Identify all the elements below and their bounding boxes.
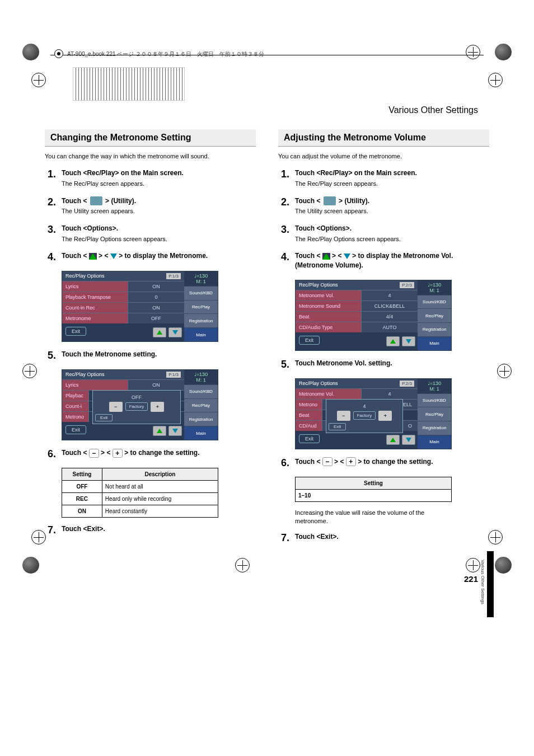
- table-cell: OFF: [62, 480, 102, 492]
- ss-page: P.2/3: [400, 381, 414, 387]
- side-sound-kbd[interactable]: Sound/KBD: [184, 286, 218, 300]
- factory-button[interactable]: Factory: [353, 411, 376, 420]
- ss-row-value[interactable]: ON: [128, 303, 184, 313]
- side-registration[interactable]: Registration: [418, 322, 451, 336]
- ss-row-value[interactable]: 4/4: [362, 312, 418, 322]
- ss-row-label[interactable]: Beat: [296, 410, 322, 420]
- table-header: Description: [102, 468, 218, 480]
- factory-button[interactable]: Factory: [125, 402, 148, 411]
- ss-row-label[interactable]: Metronome Sound: [296, 301, 362, 311]
- ss-row-label[interactable]: Metronome Vol.: [296, 389, 362, 399]
- ss-row-value[interactable]: 4: [362, 389, 418, 399]
- step-sub: The Rec/Play Options screen appears.: [295, 236, 401, 242]
- side-rec-play[interactable]: Rec/Play: [418, 407, 451, 421]
- down-arrow-icon: [172, 330, 178, 335]
- ss-row-label[interactable]: Lyrics: [62, 281, 128, 292]
- up-arrow-icon: [390, 339, 396, 344]
- ss-row-label[interactable]: Metronome: [62, 313, 128, 323]
- side-registration[interactable]: Registration: [184, 412, 218, 426]
- side-main[interactable]: Main: [184, 327, 218, 341]
- side-registration[interactable]: Registration: [418, 421, 451, 435]
- step-number: 1.: [278, 168, 289, 180]
- ss-row-label[interactable]: Count-i: [62, 401, 89, 411]
- minus-button[interactable]: −: [109, 402, 123, 412]
- step-instruction: Touch < > (Utility).: [62, 196, 256, 206]
- popup-exit-button[interactable]: Exit: [95, 414, 113, 421]
- page-number: 221: [45, 574, 489, 584]
- up-arrow-icon: [157, 330, 162, 335]
- nav-up-button[interactable]: [153, 426, 166, 436]
- step-3: 3. Touch <Options>. The Rec/Play Options…: [278, 224, 489, 243]
- step-number: 3.: [45, 224, 56, 236]
- exit-button[interactable]: Exit: [65, 327, 86, 336]
- side-main[interactable]: Main: [418, 336, 451, 350]
- nav-down-button[interactable]: [168, 327, 182, 337]
- side-rec-play[interactable]: Rec/Play: [418, 308, 451, 322]
- ss-row-value[interactable]: ON: [128, 380, 184, 390]
- ss-row-label[interactable]: CD/Audio Type: [296, 322, 362, 332]
- step-instruction: Touch <Options>.: [62, 224, 256, 233]
- ss-row-label[interactable]: Count-in Rec: [62, 303, 128, 313]
- step-number: 5.: [278, 359, 289, 370]
- exit-button[interactable]: Exit: [65, 425, 86, 434]
- ss-row-value[interactable]: AUTO: [362, 322, 418, 332]
- ss-row-label[interactable]: CD/Aud: [296, 421, 322, 431]
- step-6: 6. Touch < − > < + > to change the setti…: [45, 448, 256, 460]
- ss-title: Rec/Play Options: [299, 282, 338, 288]
- popup-exit-button[interactable]: Exit: [329, 423, 346, 430]
- side-sound-kbd[interactable]: Sound/KBD: [418, 393, 451, 407]
- nav-up-button[interactable]: [153, 327, 166, 337]
- side-sound-kbd[interactable]: Sound/KBD: [418, 295, 451, 309]
- ss-row-value[interactable]: 0: [128, 292, 184, 302]
- plus-button[interactable]: +: [151, 402, 164, 412]
- side-main[interactable]: Main: [184, 426, 218, 440]
- nav-up-button[interactable]: [386, 435, 400, 445]
- plus-icon: +: [346, 457, 356, 466]
- exit-button[interactable]: Exit: [299, 336, 320, 345]
- exit-button[interactable]: Exit: [299, 434, 320, 443]
- ss-row-value[interactable]: CLICK&BELL: [362, 301, 418, 311]
- ss-row-value[interactable]: 4: [362, 290, 418, 300]
- chapter-title: Various Other Settings: [45, 105, 489, 115]
- section-title: Changing the Metronome Setting: [45, 129, 256, 147]
- ss-row-value[interactable]: ON: [128, 281, 184, 292]
- plus-button[interactable]: +: [378, 411, 392, 421]
- down-arrow-icon: [406, 339, 411, 344]
- nav-down-button[interactable]: [402, 435, 415, 445]
- side-registration[interactable]: Registration: [184, 313, 218, 327]
- up-arrow-icon: [89, 253, 97, 260]
- step-1: 1. Touch <Rec/Play> on the Main screen. …: [278, 168, 489, 188]
- settings-table: SettingDescription OFFNot heard at all R…: [62, 468, 218, 518]
- down-arrow-icon: [344, 253, 350, 259]
- ss-row-label[interactable]: Metrono: [296, 400, 322, 410]
- note-text: Increasing the value will raise the volu…: [295, 509, 452, 526]
- ss-row-label[interactable]: Metronome Vol.: [296, 290, 362, 300]
- table-cell: ON: [62, 505, 102, 517]
- up-arrow-icon: [157, 429, 162, 433]
- ss-row-label[interactable]: Lyrics: [62, 380, 128, 390]
- table-cell: 1–10: [296, 489, 452, 501]
- ss-row-label[interactable]: Metrono: [62, 412, 89, 422]
- step-4: 4. Touch < > < > to display the Metronom…: [278, 251, 489, 272]
- nav-down-button[interactable]: [402, 336, 415, 346]
- side-main[interactable]: Main: [418, 435, 451, 449]
- table-cell: Heard only while recording: [102, 492, 218, 505]
- ss-row-label[interactable]: Playback Transpose: [62, 292, 128, 302]
- nav-up-button[interactable]: [386, 336, 400, 346]
- step-sub: The Utility screen appears.: [62, 208, 135, 214]
- ss-row-label[interactable]: Beat: [296, 312, 362, 322]
- ss-row-label[interactable]: Playbac: [62, 391, 89, 401]
- minus-icon: −: [89, 449, 99, 458]
- step-text: > to change the setting.: [123, 449, 200, 457]
- nav-down-button[interactable]: [168, 426, 182, 436]
- ss-row-value[interactable]: OFF: [128, 313, 184, 323]
- side-rec-play[interactable]: Rec/Play: [184, 300, 218, 314]
- step-text: > to change the setting.: [356, 458, 433, 466]
- side-rec-play[interactable]: Rec/Play: [184, 398, 218, 412]
- step-instruction: Touch <Rec/Play> on the Main screen.: [62, 168, 256, 178]
- side-sound-kbd[interactable]: Sound/KBD: [184, 384, 218, 398]
- step-text: Touch <: [295, 458, 322, 466]
- minus-button[interactable]: −: [337, 411, 350, 421]
- table-header: Setting: [296, 477, 452, 489]
- step-6: 6. Touch < − > < + > to change the setti…: [278, 457, 489, 469]
